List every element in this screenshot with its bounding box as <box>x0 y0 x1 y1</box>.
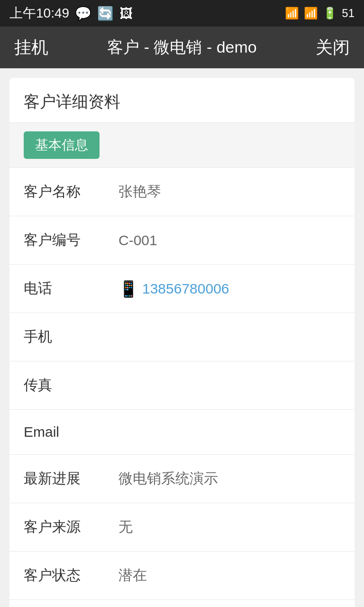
info-label-2: 电话 <box>24 279 118 298</box>
info-row-0: 客户名称张艳琴 <box>9 168 355 216</box>
info-value-0: 张艳琴 <box>118 182 340 202</box>
wifi-icon: 📶 <box>285 7 299 20</box>
signal-icon: 📶 <box>304 7 318 20</box>
info-label-3: 手机 <box>24 327 118 347</box>
info-label-8: 客户状态 <box>24 566 118 585</box>
info-label-4: 传真 <box>24 376 118 395</box>
info-value-8: 潜在 <box>118 566 340 585</box>
content-area: 客户详细资料 基本信息 客户名称张艳琴客户编号C-001电话📱138567800… <box>0 68 364 607</box>
info-value-1: C-001 <box>118 232 340 248</box>
info-label-7: 客户来源 <box>24 517 118 537</box>
info-row-3: 手机 <box>9 313 355 361</box>
info-rows: 客户名称张艳琴客户编号C-001电话📱13856780006手机传真Email最… <box>9 168 355 607</box>
status-left: 上午10:49 💬 🔄 🖼 <box>9 4 133 22</box>
info-value-2[interactable]: 📱13856780006 <box>118 279 340 298</box>
info-label-5: Email <box>24 424 118 440</box>
info-row-4: 传真 <box>9 361 355 410</box>
info-row-7: 客户来源无 <box>9 503 355 552</box>
info-value-6: 微电销系统演示 <box>118 469 340 488</box>
phone-number[interactable]: 13856780006 <box>142 281 229 297</box>
top-bar-title: 客户 - 微电销 - demo <box>107 37 256 58</box>
hang-up-button[interactable]: 挂机 <box>14 36 48 59</box>
top-bar: 挂机 客户 - 微电销 - demo 关闭 <box>0 27 364 68</box>
info-label-0: 客户名称 <box>24 182 118 202</box>
info-row-5: Email <box>9 410 355 455</box>
image-icon: 🖼 <box>119 6 133 21</box>
customer-detail-card: 客户详细资料 基本信息 客户名称张艳琴客户编号C-001电话📱138567800… <box>9 78 355 607</box>
info-row-8: 客户状态潜在 <box>9 552 355 600</box>
status-right: 📶 📶 🔋 51 <box>285 7 355 20</box>
basic-info-tag[interactable]: 基本信息 <box>24 131 100 159</box>
info-row-1: 客户编号C-001 <box>9 216 355 265</box>
battery-level: 51 <box>342 7 355 20</box>
info-row-2: 电话📱13856780006 <box>9 265 355 313</box>
info-row-9: 最后通话状态电话停机 <box>9 600 355 607</box>
info-row-6: 最新进展微电销系统演示 <box>9 455 355 503</box>
battery-icon: 🔋 <box>323 7 337 20</box>
section-tag-row: 基本信息 <box>9 123 355 168</box>
sync-icon: 🔄 <box>97 6 114 21</box>
info-value-7: 无 <box>118 517 340 537</box>
message-icon: 💬 <box>75 6 91 21</box>
status-bar: 上午10:49 💬 🔄 🖼 📶 📶 🔋 51 <box>0 0 364 27</box>
close-button[interactable]: 关闭 <box>316 36 350 59</box>
status-time: 上午10:49 <box>9 4 69 22</box>
phone-icon: 📱 <box>118 279 138 298</box>
card-header: 客户详细资料 <box>9 78 355 123</box>
info-label-1: 客户编号 <box>24 230 118 250</box>
card-title: 客户详细资料 <box>24 92 120 110</box>
info-label-6: 最新进展 <box>24 469 118 488</box>
